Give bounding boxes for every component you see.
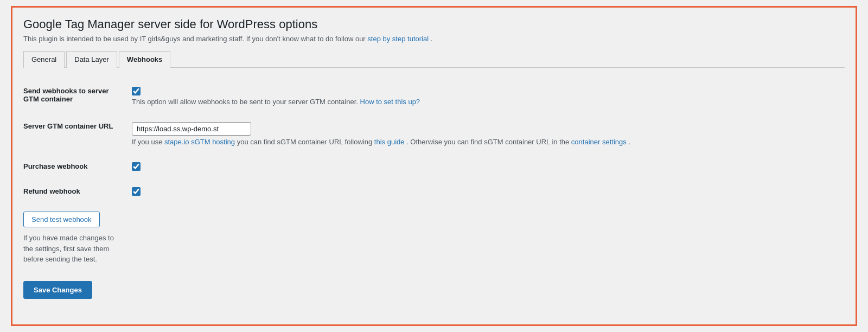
- label-refund-webhook: Refund webhook: [23, 179, 132, 204]
- desc-send-webhooks: This option will allow webhooks to be se…: [132, 98, 845, 106]
- label-server-gtm-url: Server GTM container URL: [23, 114, 132, 154]
- row-send-webhooks: Send webhooks to serverGTM container Thi…: [23, 79, 845, 114]
- label-purchase-webhook: Purchase webhook: [23, 154, 132, 179]
- checkbox-send-webhooks[interactable]: [132, 87, 141, 95]
- page-title: Google Tag Manager server side for WordP…: [23, 17, 845, 31]
- field-send-webhooks: This option will allow webhooks to be se…: [132, 79, 845, 114]
- desc-server-gtm-url: If you use stape.io sGTM hosting you can…: [132, 138, 845, 146]
- tab-general[interactable]: General: [23, 51, 65, 68]
- tab-data-layer[interactable]: Data Layer: [66, 51, 117, 68]
- row-purchase-webhook: Purchase webhook: [23, 154, 845, 179]
- how-to-link[interactable]: How to set this up?: [360, 98, 420, 106]
- form-table: Send webhooks to serverGTM container Thi…: [23, 79, 845, 204]
- save-changes-button[interactable]: Save Changes: [23, 281, 92, 299]
- save-section: Save Changes: [23, 276, 845, 299]
- server-gtm-url-input[interactable]: [132, 122, 251, 136]
- checkbox-refund-webhook[interactable]: [132, 187, 141, 196]
- checkbox-purchase-webhook[interactable]: [132, 162, 141, 171]
- field-purchase-webhook: [132, 154, 845, 179]
- tutorial-link[interactable]: step by step tutorial: [367, 35, 429, 43]
- row-server-gtm-url: Server GTM container URL If you use stap…: [23, 114, 845, 154]
- tabs-container: General Data Layer Webhooks: [23, 50, 845, 68]
- plugin-settings-container: Google Tag Manager server side for WordP…: [11, 6, 857, 326]
- subtitle: This plugin is intended to be used by IT…: [23, 35, 845, 43]
- stape-link[interactable]: stape.io sGTM hosting: [164, 138, 235, 146]
- field-server-gtm-url: If you use stape.io sGTM hosting you can…: [132, 114, 845, 154]
- label-send-webhooks: Send webhooks to serverGTM container: [23, 79, 132, 114]
- row-refund-webhook: Refund webhook: [23, 179, 845, 204]
- send-test-section: Send test webhook If you have made chang…: [23, 212, 845, 265]
- webhook-note: If you have made changes to the settings…: [23, 233, 124, 265]
- settings-content: Send webhooks to serverGTM container Thi…: [23, 68, 845, 304]
- field-refund-webhook: [132, 179, 845, 204]
- send-test-webhook-button[interactable]: Send test webhook: [23, 212, 100, 227]
- tab-webhooks[interactable]: Webhooks: [119, 51, 171, 68]
- this-guide-link[interactable]: this guide: [374, 138, 405, 146]
- container-settings-link[interactable]: container settings: [571, 138, 627, 146]
